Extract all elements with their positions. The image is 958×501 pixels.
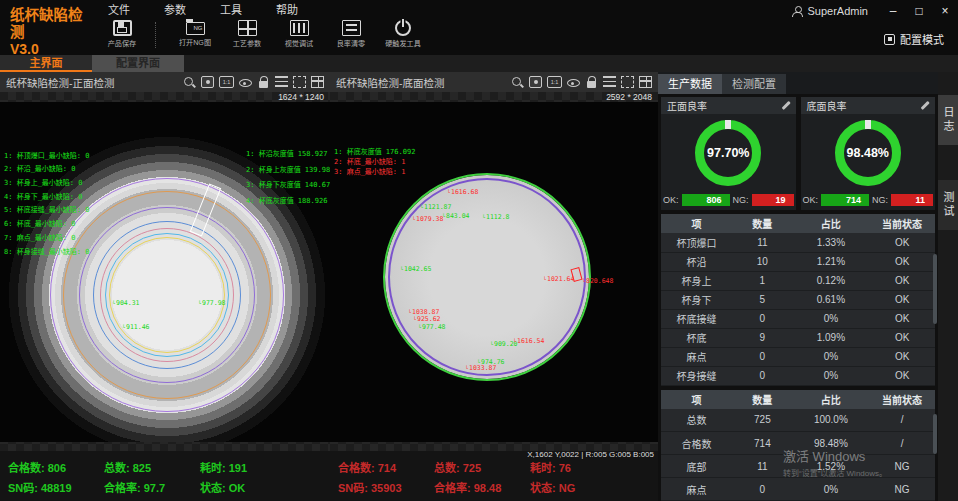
- vision-debug-button[interactable]: 视觉调试: [273, 20, 325, 48]
- eye-icon[interactable]: [567, 79, 580, 87]
- roi-icon[interactable]: [621, 76, 634, 88]
- edit-icon[interactable]: [919, 100, 929, 110]
- eye-icon[interactable]: [239, 79, 252, 87]
- table-row[interactable]: 杯底91.09%OK: [661, 328, 935, 347]
- menu-file[interactable]: 文件: [108, 1, 130, 17]
- front-inspection-panel: 纸杯缺陷检测-正面检测 1:1 1624 * 1240: [0, 72, 330, 501]
- menu-params[interactable]: 参数: [164, 1, 186, 17]
- gray-value-label: 1: 杯底灰度值 176.092: [334, 146, 415, 156]
- front-image-viewport[interactable]: 1624 * 1240 1: 杯顶爆口_最小缺陷: 0 2: 杯沿_最小缺陷: …: [0, 92, 330, 451]
- table-row[interactable]: 杯顶爆口111.33%OK: [661, 233, 935, 252]
- table-row[interactable]: 麻点00%NG: [661, 478, 935, 501]
- defect-min-label: 7: 麻点_最小缺陷: 0: [4, 232, 76, 242]
- col-status: 当前状态: [869, 390, 935, 409]
- table-row[interactable]: 杯身上10.12%OK: [661, 271, 935, 290]
- process-params-button[interactable]: 工艺参数: [221, 20, 273, 48]
- bottom-inspection-panel: 纸杯缺陷检测-底面检测 1:1 2592 * 2048: [330, 72, 658, 501]
- minimize-button[interactable]: –: [880, 1, 906, 21]
- grid-icon[interactable]: [639, 76, 652, 88]
- bottom-status-bar: X,1602 Y,0022 | R:005 G:005 B:005 合格数: 7…: [330, 451, 658, 501]
- front-yield-gauge: 97.70%: [695, 120, 761, 186]
- table-row[interactable]: 杯沿101.21%OK: [661, 252, 935, 271]
- table-row[interactable]: 杯身下50.61%OK: [661, 290, 935, 309]
- tab-main-interface[interactable]: 主界面: [0, 55, 92, 72]
- gray-value-label: 3: 杯身下灰度值 140.674: [246, 179, 330, 189]
- roi-icon[interactable]: [293, 76, 306, 88]
- config-mode-icon: [884, 34, 895, 45]
- tab-production-data[interactable]: 生产数据: [658, 74, 722, 94]
- defect-stats-table: 项 数量 占比 当前状态 杯顶爆口111.33%OK 杯沿101.21%OK 杯…: [661, 214, 935, 386]
- sort-icon[interactable]: [275, 76, 288, 88]
- bottom-pass-rate: 合格率: 98.48: [426, 479, 522, 495]
- measure-label: 820.648: [582, 277, 613, 285]
- one-to-one-icon[interactable]: 1:1: [547, 76, 562, 88]
- table-row[interactable]: 杯底接缝00%OK: [661, 309, 935, 328]
- sort-icon[interactable]: [603, 76, 616, 88]
- gray-value-label: 2: 杯身上灰度值 139.985: [246, 164, 330, 174]
- bottom-sn-code: SN码: 35903: [330, 479, 426, 495]
- front-elapsed: 耗时: 191: [192, 459, 288, 475]
- scrollbar-thumb[interactable]: [933, 254, 937, 324]
- measure-label: 843.04: [442, 212, 470, 220]
- bottom-panel-title: 纸杯缺陷检测-底面检测: [336, 75, 506, 90]
- tab-test[interactable]: 测试: [938, 180, 958, 230]
- app-title: 纸杯缺陷检测: [10, 7, 88, 41]
- front-status-bar: 合格数: 806 总数: 825 耗时: 191 SN码: 48819 合格率:…: [0, 451, 330, 501]
- front-yield-value: 97.70%: [707, 146, 749, 160]
- grid-icon[interactable]: [311, 76, 324, 88]
- tab-detection-config[interactable]: 检测配置: [722, 74, 786, 94]
- measure-label: 1112.8: [482, 213, 510, 221]
- fit-view-icon[interactable]: [201, 76, 214, 88]
- lock-icon[interactable]: [585, 76, 598, 88]
- bottom-camera-image: 1: 杯底灰度值 176.092 2: 杯底_最小缺陷: 1 3: 麻点_最小缺…: [330, 102, 658, 442]
- front-ng-count: 19: [752, 194, 794, 206]
- yield-reset-button[interactable]: 良率清零: [325, 20, 377, 48]
- lock-icon[interactable]: [257, 76, 270, 88]
- bottom-yield-value: 98.48%: [847, 146, 889, 160]
- app-version: V3.0: [10, 41, 88, 57]
- menu-help[interactable]: 帮助: [276, 1, 298, 17]
- save-product-button[interactable]: 产品保存: [96, 20, 148, 48]
- measure-label: 904.31: [112, 299, 140, 307]
- edit-icon[interactable]: [780, 100, 790, 110]
- front-total-count: 总数: 825: [96, 459, 192, 475]
- menubar: 文件 参数 工具 帮助: [96, 0, 808, 18]
- table-row[interactable]: 杯身接缝00%OK: [661, 366, 935, 385]
- zoom-icon[interactable]: [183, 76, 196, 88]
- defect-min-label: 2: 杯沿_最小缺陷: 0: [4, 163, 76, 173]
- one-to-one-icon[interactable]: 1:1: [219, 76, 234, 88]
- measure-label: 1616.68: [447, 188, 478, 196]
- table-row[interactable]: 总数725100.0%/: [661, 409, 935, 432]
- tab-log[interactable]: 日志: [938, 95, 958, 145]
- toolbar: 产品保存 打开NG图 工艺参数 视觉调试 良率清零: [96, 18, 808, 55]
- open-ng-image-button[interactable]: 打开NG图: [169, 20, 221, 47]
- front-camera-image: 1: 杯顶爆口_最小缺陷: 0 2: 杯沿_最小缺陷: 0 3: 杯身上_最小缺…: [0, 102, 330, 442]
- bottom-resolution: 2592 * 2048: [606, 92, 652, 102]
- zoom-icon[interactable]: [511, 76, 524, 88]
- bottom-yield-title: 底面良率: [807, 98, 920, 113]
- maximize-button[interactable]: □: [906, 1, 932, 21]
- config-mode-button[interactable]: 配置模式: [884, 31, 944, 47]
- table-row[interactable]: 麻点00%OK: [661, 347, 935, 366]
- table-row[interactable]: 底部111.52%NG: [661, 455, 935, 478]
- front-yield-title: 正面良率: [667, 98, 780, 113]
- bottom-ok-count: 714: [821, 194, 869, 206]
- table-row[interactable]: 合格数71498.48%/: [661, 432, 935, 455]
- totals-table: 项 数量 占比 当前状态 总数725100.0%/ 合格数71498.48%/ …: [661, 390, 935, 501]
- scrollbar-thumb[interactable]: [933, 414, 937, 454]
- hard-trigger-button[interactable]: 硬触发工具: [377, 20, 429, 48]
- front-resolution: 1624 * 1240: [278, 92, 324, 102]
- bottom-yield-gauge: 98.48%: [835, 120, 901, 186]
- bottom-image-viewport[interactable]: 2592 * 2048 1: 杯底灰度值 176.092 2: 杯底_最小缺陷:…: [330, 92, 658, 451]
- menu-tools[interactable]: 工具: [220, 1, 242, 17]
- tab-config-interface[interactable]: 配置界面: [92, 55, 184, 72]
- measure-label: 1021.64: [543, 275, 574, 283]
- front-sn-code: SN码: 48819: [0, 479, 96, 495]
- measure-label: 925.62: [413, 315, 441, 323]
- process-params-icon: [238, 20, 257, 36]
- close-button[interactable]: ×: [932, 1, 958, 21]
- fit-view-icon[interactable]: [529, 76, 542, 88]
- gray-value-label: 4: 杯底灰度值 188.926: [246, 195, 327, 205]
- measure-label: 1121.87: [420, 203, 451, 211]
- col-status: 当前状态: [869, 214, 935, 233]
